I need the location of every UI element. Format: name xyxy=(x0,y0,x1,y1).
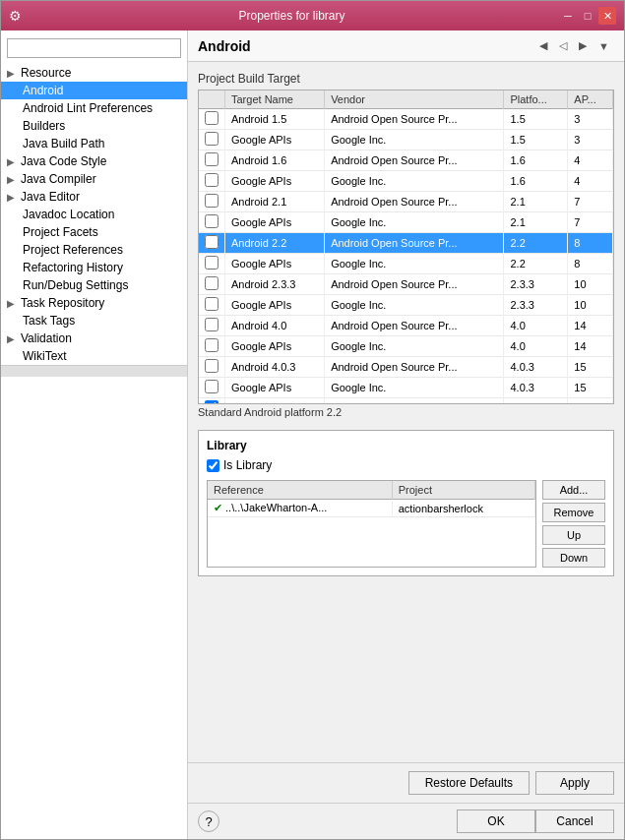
sidebar-item-label: Java Code Style xyxy=(21,154,106,168)
sidebar-item-task-tags[interactable]: Task Tags xyxy=(1,312,187,330)
window-controls: ─ □ ✕ xyxy=(559,7,616,25)
cancel-button[interactable]: Cancel xyxy=(535,810,614,833)
panel-header: Android ◀ ◁ ▶ ▼ xyxy=(188,30,624,62)
sidebar-item-project-facets[interactable]: Project Facets xyxy=(1,223,187,241)
help-button[interactable]: ? xyxy=(198,810,219,832)
table-row[interactable]: Google APIsGoogle Inc.1.64 xyxy=(199,171,613,192)
row-checkbox-cell[interactable] xyxy=(199,109,225,130)
row-checkbox-cell[interactable] xyxy=(199,295,225,316)
table-row[interactable]: Android 4.0.3Android Open Source Pr...4.… xyxy=(199,357,613,378)
window-icon: ⚙ xyxy=(9,8,25,24)
row-checkbox[interactable] xyxy=(205,132,219,146)
sidebar-search-input[interactable] xyxy=(7,38,181,58)
row-checkbox-cell[interactable] xyxy=(199,336,225,357)
row-checkbox-cell[interactable] xyxy=(199,254,225,274)
row-checkbox[interactable] xyxy=(205,214,219,228)
row-checkbox-cell[interactable] xyxy=(199,192,225,212)
is-library-checkbox[interactable] xyxy=(207,459,219,472)
right-panel: Android ◀ ◁ ▶ ▼ Project Build Target xyxy=(188,30,624,839)
main-window: ⚙ Properties for library ─ □ ✕ ▶Resource… xyxy=(0,0,625,840)
up-button[interactable]: Up xyxy=(542,525,605,545)
row-checkbox-cell[interactable] xyxy=(199,212,225,233)
nav-back-button[interactable]: ◀ xyxy=(534,36,552,55)
table-row[interactable]: Google APIsGoogle Inc.4.0.315 xyxy=(199,378,613,398)
row-checkbox[interactable] xyxy=(205,338,219,352)
sidebar-item-project-references[interactable]: Project References xyxy=(1,241,187,259)
table-row[interactable]: Google APIsGoogle Inc.2.28 xyxy=(199,254,613,274)
nav-forward-button[interactable]: ▶ xyxy=(574,36,592,55)
table-row[interactable]: Google APIsGoogle Inc.2.3.310 xyxy=(199,295,613,316)
row-checkbox[interactable] xyxy=(205,359,219,373)
table-row[interactable]: Android 2.2Android Open Source Pr...2.28 xyxy=(199,233,613,254)
table-row[interactable]: Google APIsGoogle Inc.2.17 xyxy=(199,212,613,233)
row-checkbox[interactable] xyxy=(205,297,219,311)
maximize-button[interactable]: □ xyxy=(579,7,596,25)
sidebar-scrollbar[interactable] xyxy=(1,365,187,377)
row-vendor: Android Open Source Pr... xyxy=(325,274,504,295)
sidebar-item-wikitext[interactable]: WikiText xyxy=(1,347,187,365)
sidebar-item-java-compiler[interactable]: ▶Java Compiler xyxy=(1,170,187,188)
row-api: 14 xyxy=(568,316,613,336)
row-checkbox-cell[interactable] xyxy=(199,378,225,398)
sidebar-item-java-code-style[interactable]: ▶Java Code Style xyxy=(1,152,187,170)
ref-reference: ..\..\JakeWharton-A... xyxy=(222,502,327,513)
row-platform: 1.5 xyxy=(504,109,568,130)
sidebar-item-builders[interactable]: Builders xyxy=(1,117,187,135)
nav-dropdown-button[interactable]: ▼ xyxy=(594,36,614,55)
row-checkbox-cell[interactable] xyxy=(199,316,225,336)
sidebar-item-java-build-path[interactable]: Java Build Path xyxy=(1,135,187,152)
table-row[interactable]: Google APIsGoogle Inc.1.53 xyxy=(199,130,613,150)
row-vendor: Google Inc. xyxy=(325,130,504,150)
row-checkbox[interactable] xyxy=(205,152,219,166)
add-button[interactable]: Add... xyxy=(542,480,605,500)
row-checkbox-cell[interactable] xyxy=(199,150,225,171)
row-vendor: Google Inc. xyxy=(325,171,504,192)
row-checkbox-cell[interactable] xyxy=(199,130,225,150)
row-checkbox-cell[interactable] xyxy=(199,357,225,378)
apply-button[interactable]: Apply xyxy=(535,771,614,795)
sidebar-item-label: WikiText xyxy=(23,349,67,363)
row-checkbox-cell[interactable] xyxy=(199,171,225,192)
sidebar-item-task-repository[interactable]: ▶Task Repository xyxy=(1,294,187,312)
table-row[interactable]: Android 2.3.3Android Open Source Pr...2.… xyxy=(199,274,613,295)
down-button[interactable]: Down xyxy=(542,548,605,568)
row-checkbox[interactable] xyxy=(205,276,219,290)
table-row[interactable]: Android 1.5Android Open Source Pr...1.53 xyxy=(199,109,613,130)
nav-forward-left-button[interactable]: ◁ xyxy=(554,36,572,55)
restore-defaults-button[interactable]: Restore Defaults xyxy=(408,771,530,795)
sidebar-item-java-editor[interactable]: ▶Java Editor xyxy=(1,188,187,206)
sidebar-item-android[interactable]: Android xyxy=(1,82,187,99)
sidebar-item-label: Javadoc Location xyxy=(23,208,114,221)
sidebar-item-validation[interactable]: ▶Validation xyxy=(1,330,187,347)
row-platform: 4.0 xyxy=(504,316,568,336)
sidebar-item-run-debug-settings[interactable]: Run/Debug Settings xyxy=(1,276,187,294)
sidebar-item-refactoring-history[interactable]: Refactoring History xyxy=(1,259,187,276)
row-checkbox[interactable] xyxy=(205,380,219,393)
row-checkbox[interactable] xyxy=(205,173,219,187)
sidebar-item-javadoc-location[interactable]: Javadoc Location xyxy=(1,206,187,223)
row-checkbox[interactable] xyxy=(205,111,219,125)
close-button[interactable]: ✕ xyxy=(598,7,616,25)
sidebar-item-resource[interactable]: ▶Resource xyxy=(1,64,187,82)
sidebar-item-android-lint[interactable]: Android Lint Preferences xyxy=(1,99,187,117)
ok-button[interactable]: OK xyxy=(457,810,535,833)
target-table-container[interactable]: Target Name Vendor Platfo... AP... Andro… xyxy=(198,90,614,404)
table-row[interactable]: Android 1.6Android Open Source Pr...1.64 xyxy=(199,150,613,171)
row-api: 4 xyxy=(568,171,613,192)
sidebar-item-label: Task Tags xyxy=(23,314,75,328)
row-checkbox-cell[interactable] xyxy=(199,274,225,295)
row-checkbox[interactable] xyxy=(205,194,219,208)
build-target-title: Project Build Target xyxy=(198,72,614,86)
table-row[interactable]: Android 4.0Android Open Source Pr...4.01… xyxy=(199,316,613,336)
row-checkbox[interactable] xyxy=(205,235,219,249)
row-name: Android 1.6 xyxy=(225,150,325,171)
ref-table-row[interactable]: ✔ ..\..\JakeWharton-A...actionbarsherloc… xyxy=(208,500,535,517)
minimize-button[interactable]: ─ xyxy=(559,7,577,25)
remove-button[interactable]: Remove xyxy=(542,503,605,522)
chevron-icon: ▶ xyxy=(7,68,17,79)
row-checkbox[interactable] xyxy=(205,318,219,331)
row-checkbox[interactable] xyxy=(205,256,219,270)
table-row[interactable]: Google APIsGoogle Inc.4.014 xyxy=(199,336,613,357)
table-row[interactable]: Android 2.1Android Open Source Pr...2.17 xyxy=(199,192,613,212)
row-checkbox-cell[interactable] xyxy=(199,233,225,254)
